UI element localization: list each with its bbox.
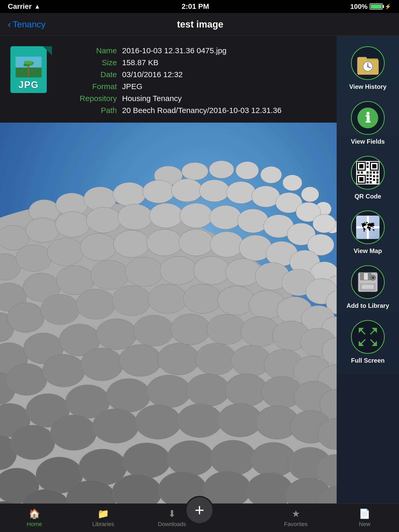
svg-point-43 [47, 238, 84, 266]
svg-point-33 [118, 204, 152, 230]
svg-point-175 [372, 276, 374, 279]
file-format-label: JPG [18, 79, 39, 90]
name-label: Name [60, 46, 117, 55]
back-chevron-icon: ‹ [8, 19, 11, 29]
svg-point-59 [160, 256, 197, 285]
svg-point-116 [218, 403, 262, 437]
svg-rect-145 [359, 164, 363, 168]
size-label: Size [60, 58, 117, 67]
svg-rect-160 [373, 175, 375, 177]
downloads-icon: ⬇ [168, 508, 176, 519]
svg-rect-154 [367, 171, 369, 174]
qr-code-action[interactable]: QR Code [337, 151, 399, 205]
svg-rect-166 [376, 175, 378, 177]
format-value: JPEG [122, 82, 142, 91]
full-screen-label: Full Screen [351, 357, 384, 364]
svg-rect-159 [370, 175, 372, 177]
svg-point-84 [207, 314, 246, 344]
tab-add-spacer: + [206, 504, 261, 532]
meta-row-date: Date 03/10/2016 12:32 [60, 70, 326, 79]
tab-home[interactable]: 🏠 Home [0, 504, 69, 532]
svg-point-29 [0, 225, 29, 250]
page-title: test image [45, 19, 355, 30]
full-screen-action[interactable]: Full Screen [337, 315, 399, 370]
svg-point-45 [114, 230, 150, 258]
meta-row-repository: Repository Housing Tenancy [60, 94, 326, 103]
date-label: Date [60, 70, 117, 79]
svg-rect-158 [367, 175, 369, 177]
qr-code-circle [351, 156, 385, 190]
svg-point-34 [149, 203, 183, 228]
svg-point-10 [209, 161, 234, 178]
svg-point-13 [283, 175, 302, 191]
back-button[interactable]: ‹ Tenancy [8, 19, 45, 29]
battery-icon [370, 3, 383, 10]
svg-rect-164 [367, 181, 369, 183]
path-value: 20 Beech Road/Tenancy/2016-10-03 12.31.3… [122, 106, 282, 115]
view-map-action[interactable]: 🗺 View Map [337, 205, 399, 260]
meta-row-format: Format JPEG [60, 82, 326, 91]
svg-point-83 [171, 314, 210, 345]
info-icon: ℹ [357, 108, 378, 128]
repository-value: Housing Tenancy [122, 94, 182, 103]
svg-point-21 [143, 180, 175, 203]
svg-point-142 [367, 66, 369, 67]
meta-row-name: Name 2016-10-03 12.31.36 0475.jpg [60, 46, 326, 55]
svg-point-11 [236, 162, 259, 179]
back-label[interactable]: Tenancy [13, 19, 46, 29]
svg-point-69 [76, 289, 115, 319]
svg-rect-168 [376, 181, 378, 183]
libraries-icon: 📁 [97, 508, 109, 519]
status-time: 2:01 PM [182, 2, 209, 11]
svg-point-114 [135, 405, 181, 439]
svg-rect-173 [362, 285, 374, 289]
tab-new[interactable]: 📄 New [330, 504, 399, 532]
new-icon: 📄 [359, 508, 370, 519]
svg-point-35 [180, 203, 212, 228]
view-history-label: View History [349, 83, 387, 91]
file-info-section: JPG Name 2016-10-03 12.31.36 0475.jpg Si… [0, 36, 337, 123]
svg-point-30 [26, 218, 59, 242]
svg-rect-150 [367, 162, 369, 164]
home-tab-label: Home [27, 521, 42, 528]
add-button[interactable]: + [185, 496, 214, 524]
status-right: 100% ⚡ [350, 3, 391, 11]
tab-bar: 🏠 Home 📁 Libraries ⬇ Downloads + ★ Favor… [0, 503, 399, 532]
svg-point-115 [177, 404, 222, 438]
view-history-action[interactable]: View History [337, 41, 399, 96]
image-preview[interactable] [0, 123, 337, 503]
right-sidebar: View History ℹ View Fields [337, 36, 399, 503]
svg-point-22 [171, 179, 202, 202]
tab-favorites[interactable]: ★ Favorites [261, 504, 330, 532]
svg-point-103 [106, 378, 151, 412]
carrier-label: Carrier [8, 2, 32, 11]
svg-point-123 [123, 443, 170, 478]
tab-libraries[interactable]: 📁 Libraries [69, 504, 138, 532]
add-to-library-action[interactable]: Add to Library [337, 260, 399, 315]
svg-rect-155 [370, 171, 372, 174]
svg-point-113 [92, 409, 138, 443]
svg-point-95 [195, 343, 236, 375]
status-bar: Carrier ▲ 2:01 PM 100% ⚡ [0, 0, 399, 13]
svg-point-81 [96, 319, 137, 350]
svg-point-32 [87, 207, 121, 233]
svg-point-124 [167, 441, 214, 476]
status-left: Carrier ▲ [8, 2, 41, 11]
svg-point-72 [183, 284, 222, 314]
view-fields-circle: ℹ [351, 101, 385, 135]
svg-rect-171 [364, 273, 368, 280]
svg-point-92 [81, 348, 123, 381]
content-panel: JPG Name 2016-10-03 12.31.36 0475.jpg Si… [0, 36, 337, 503]
svg-line-181 [370, 329, 376, 334]
svg-rect-156 [373, 171, 375, 174]
wifi-icon: ▲ [34, 3, 41, 10]
file-icon-wrapper: JPG [10, 44, 52, 96]
repository-label: Repository [60, 94, 117, 103]
svg-point-24 [226, 182, 256, 204]
home-icon: 🏠 [29, 508, 40, 519]
size-value: 158.87 KB [122, 58, 158, 67]
svg-point-106 [225, 374, 268, 407]
view-fields-action[interactable]: ℹ View Fields [337, 96, 399, 151]
svg-point-67 [7, 302, 44, 332]
svg-point-61 [225, 258, 261, 286]
